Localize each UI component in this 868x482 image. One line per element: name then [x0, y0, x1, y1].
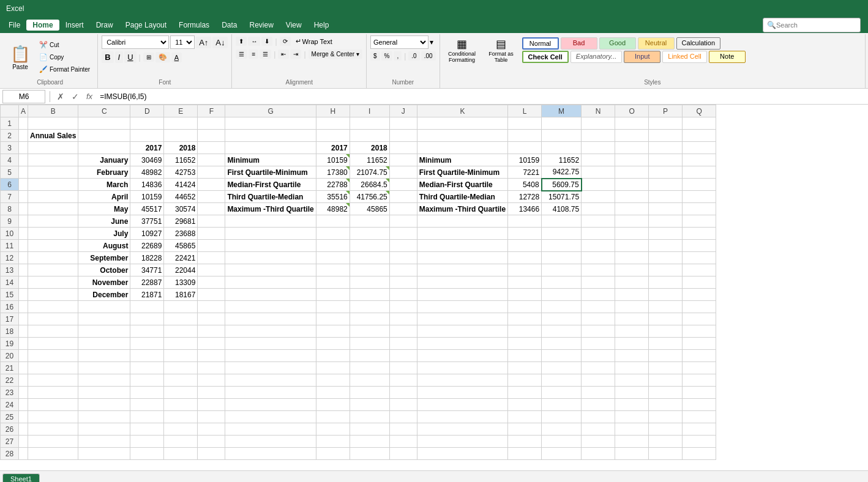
- cell-n4[interactable]: [582, 154, 615, 166]
- insert-function-button[interactable]: fx: [84, 92, 95, 101]
- cell-o2[interactable]: [615, 130, 649, 142]
- cell-o7[interactable]: [615, 191, 649, 203]
- cell-e4[interactable]: 11652: [164, 154, 198, 166]
- cell-g8[interactable]: Maximum -Third Quartile: [225, 203, 316, 215]
- menu-review[interactable]: Review: [243, 20, 279, 31]
- search-input[interactable]: [776, 21, 856, 29]
- cell-m11[interactable]: [542, 240, 582, 252]
- cell-h8[interactable]: 48982: [316, 203, 350, 215]
- cell-a7[interactable]: [19, 191, 28, 203]
- borders-button[interactable]: ⊞: [143, 53, 154, 62]
- cell-d14[interactable]: 22887: [130, 276, 164, 289]
- cell-c3[interactable]: [78, 142, 130, 154]
- cell-f9[interactable]: [198, 215, 225, 228]
- cell-f2[interactable]: [198, 130, 225, 142]
- italic-button[interactable]: I: [115, 51, 124, 63]
- cell-p11[interactable]: [649, 240, 683, 252]
- cell-h3[interactable]: 2017: [316, 142, 350, 154]
- style-check-cell-button[interactable]: Check Cell: [522, 51, 569, 63]
- style-normal-button[interactable]: Normal: [522, 37, 559, 50]
- col-header-o[interactable]: O: [615, 105, 649, 117]
- align-top-button[interactable]: ⬆: [236, 37, 247, 46]
- cell-o3[interactable]: [615, 142, 649, 154]
- cell-q5[interactable]: [683, 166, 716, 179]
- cell-j8[interactable]: [389, 203, 417, 215]
- style-bad-button[interactable]: Bad: [561, 37, 597, 50]
- cell-n14[interactable]: [582, 276, 615, 289]
- col-header-b[interactable]: B: [28, 105, 78, 117]
- cell-k9[interactable]: [417, 215, 507, 228]
- col-header-m[interactable]: M: [542, 105, 582, 117]
- style-neutral-button[interactable]: Neutral: [638, 37, 675, 50]
- cell-j10[interactable]: [389, 228, 417, 240]
- cell-p15[interactable]: [649, 289, 683, 301]
- accounting-button[interactable]: $: [370, 51, 380, 61]
- cell-b10[interactable]: [28, 228, 78, 240]
- style-note-button[interactable]: Note: [709, 51, 746, 63]
- cell-o8[interactable]: [615, 203, 649, 215]
- cell-q13[interactable]: [683, 264, 716, 276]
- cell-b14[interactable]: [28, 276, 78, 289]
- cell-g1[interactable]: [225, 117, 316, 130]
- cell-q4[interactable]: [683, 154, 716, 166]
- cell-n12[interactable]: [582, 252, 615, 264]
- cell-p4[interactable]: [649, 154, 683, 166]
- align-center-button[interactable]: ≡: [249, 50, 258, 59]
- font-name-select[interactable]: Calibri: [102, 35, 169, 49]
- cell-l6[interactable]: 5408: [508, 179, 542, 191]
- copy-button[interactable]: 📄 Copy: [36, 51, 94, 63]
- cell-g13[interactable]: [225, 264, 316, 276]
- bold-button[interactable]: B: [102, 51, 113, 63]
- cell-c2[interactable]: [78, 130, 130, 142]
- cell-l1[interactable]: [508, 117, 542, 130]
- cell-o6[interactable]: [615, 179, 649, 191]
- increase-decimal-button[interactable]: .00: [421, 51, 436, 61]
- percent-button[interactable]: %: [381, 51, 393, 61]
- cell-k12[interactable]: [417, 252, 507, 264]
- cell-p13[interactable]: [649, 264, 683, 276]
- cell-l4[interactable]: 10159: [508, 154, 542, 166]
- cell-e3[interactable]: 2018: [164, 142, 198, 154]
- cell-l8[interactable]: 13466: [508, 203, 542, 215]
- cell-q9[interactable]: [683, 215, 716, 228]
- cell-e13[interactable]: 22044: [164, 264, 198, 276]
- cell-d6[interactable]: 14836: [130, 179, 164, 191]
- menu-insert[interactable]: Insert: [59, 20, 90, 31]
- cell-d11[interactable]: 22689: [130, 240, 164, 252]
- col-header-h[interactable]: H: [316, 105, 350, 117]
- cell-i12[interactable]: [350, 252, 389, 264]
- cell-f5[interactable]: [198, 166, 225, 179]
- cell-a2[interactable]: [19, 130, 28, 142]
- cell-j5[interactable]: [389, 166, 417, 179]
- menu-view[interactable]: View: [280, 20, 308, 31]
- cell-q8[interactable]: [683, 203, 716, 215]
- cell-f15[interactable]: [198, 289, 225, 301]
- cell-m7[interactable]: 15071.75: [542, 191, 582, 203]
- font-color-button[interactable]: A: [171, 53, 182, 62]
- cell-q15[interactable]: [683, 289, 716, 301]
- cell-d5[interactable]: 48982: [130, 166, 164, 179]
- conditional-formatting-button[interactable]: ▦ Conditional Formatting: [444, 35, 481, 65]
- cell-d1[interactable]: [130, 117, 164, 130]
- cell-i8[interactable]: 45865: [350, 203, 389, 215]
- cell-reference-box[interactable]: [2, 90, 45, 103]
- cell-c11[interactable]: August: [78, 240, 130, 252]
- cell-b15[interactable]: [28, 289, 78, 301]
- cell-l10[interactable]: [508, 228, 542, 240]
- cell-b13[interactable]: [28, 264, 78, 276]
- cell-o4[interactable]: [615, 154, 649, 166]
- cell-m8[interactable]: 4108.75: [542, 203, 582, 215]
- cell-q11[interactable]: [683, 240, 716, 252]
- cell-j14[interactable]: [389, 276, 417, 289]
- cell-h10[interactable]: [316, 228, 350, 240]
- cell-f1[interactable]: [198, 117, 225, 130]
- cell-i9[interactable]: [350, 215, 389, 228]
- cell-g3[interactable]: [225, 142, 316, 154]
- cell-o5[interactable]: [615, 166, 649, 179]
- formula-input[interactable]: [97, 92, 866, 102]
- cell-j3[interactable]: [389, 142, 417, 154]
- cell-h12[interactable]: [316, 252, 350, 264]
- cell-q7[interactable]: [683, 191, 716, 203]
- cell-h9[interactable]: [316, 215, 350, 228]
- cell-i13[interactable]: [350, 264, 389, 276]
